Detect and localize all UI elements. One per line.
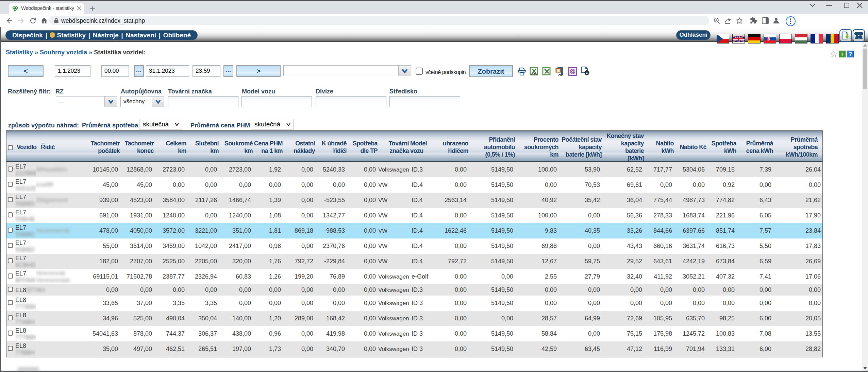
svg-text:CSV: CSV (531, 73, 537, 76)
svg-text:ZIP: ZIP (558, 73, 563, 76)
